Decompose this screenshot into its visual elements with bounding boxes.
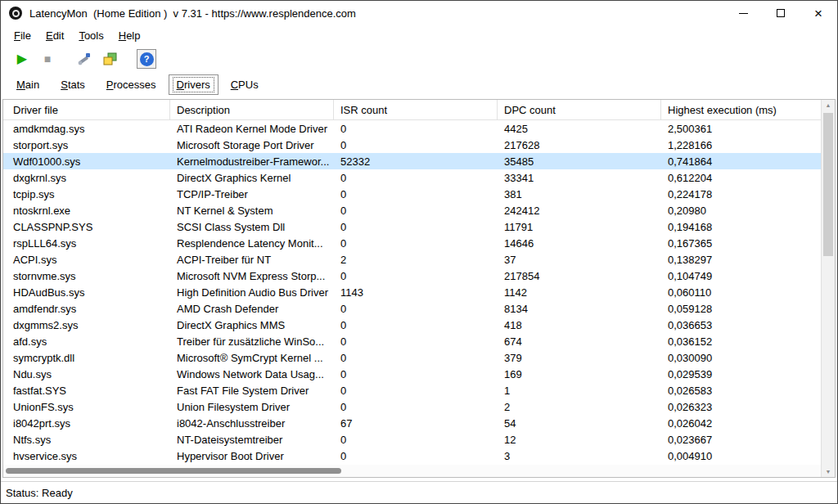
table-row[interactable]: ntoskrnl.exe NT Kernel & System 0 242412… [3, 202, 821, 218]
cell-isr-count: 0 [334, 270, 498, 282]
table-row[interactable]: symcryptk.dll Microsoft® SymCrypt Kernel… [3, 349, 821, 366]
table-row[interactable]: amdkmdag.sys ATI Radeon Kernel Mode Driv… [3, 120, 821, 137]
table-row[interactable]: storport.sys Microsoft Storage Port Driv… [3, 137, 821, 153]
cell-description: i8042-Anschlusstreiber [170, 417, 334, 430]
cell-description: AMD Crash Defender [170, 303, 334, 315]
menu-tools[interactable]: Tools [71, 27, 110, 44]
table-body: amdkmdag.sys ATI Radeon Kernel Mode Driv… [3, 120, 821, 465]
maximize-icon [777, 9, 785, 17]
cell-description: DirectX Graphics Kernel [170, 172, 334, 184]
table-row[interactable]: ACPI.sys ACPI-Treiber für NT 2 37 0,1382… [3, 251, 821, 268]
table-row[interactable]: HDAudBus.sys High Definition Audio Bus D… [3, 284, 821, 300]
table-row[interactable]: tcpip.sys TCP/IP-Treiber 0 381 0,224178 [3, 186, 821, 202]
cell-isr-count: 0 [334, 401, 498, 413]
table-row[interactable]: amdfendr.sys AMD Crash Defender 0 8134 0… [3, 300, 821, 317]
help-button[interactable]: ? [137, 49, 156, 69]
tab-main[interactable]: Main [7, 75, 48, 94]
table-row[interactable]: UnionFS.sys Union Filesystem Driver 0 2 … [3, 398, 821, 415]
cascade-windows-icon [103, 52, 117, 66]
column-header-driver-file[interactable]: Driver file [3, 100, 170, 119]
cell-dpc-count: 217628 [498, 139, 661, 151]
menu-bar: File Edit Tools Help [1, 25, 837, 46]
table-row[interactable]: fastfat.SYS Fast FAT File System Driver … [3, 382, 821, 398]
cell-dpc-count: 2 [498, 401, 661, 413]
status-text: Status: Ready [6, 487, 73, 499]
cell-highest-execution: 0,023667 [661, 434, 821, 446]
table-row[interactable]: stornvme.sys Microsoft NVM Express Storp… [3, 268, 821, 284]
menu-help[interactable]: Help [111, 27, 148, 44]
table-row[interactable]: Wdf01000.sys Kernelmodustreiber-Framewor… [3, 153, 821, 169]
cell-isr-count: 0 [334, 434, 498, 446]
tab-drivers[interactable]: Drivers [169, 74, 219, 95]
cell-driver-file: fastfat.SYS [3, 385, 170, 397]
cell-description: ACPI-Treiber für NT [170, 254, 334, 266]
tab-processes[interactable]: Processes [97, 75, 165, 94]
column-header-highest-execution[interactable]: Highest execution (ms) [661, 100, 821, 119]
horizontal-scrollbar-thumb[interactable] [6, 468, 341, 474]
table-row[interactable]: rspLLL64.sys Resplendence Latency Monit.… [3, 235, 821, 251]
drivers-table: Driver file Description ISR count DPC co… [2, 99, 836, 478]
cell-highest-execution: 0,167365 [661, 237, 821, 250]
cell-highest-execution: 0,060110 [661, 286, 821, 299]
cell-dpc-count: 35485 [498, 155, 661, 168]
tab-cpus[interactable]: CPUs [222, 75, 268, 94]
cell-highest-execution: 0,104749 [661, 270, 821, 282]
cell-isr-count: 1143 [334, 286, 498, 299]
cell-highest-execution: 0,224178 [661, 188, 821, 200]
options-button[interactable] [74, 49, 94, 69]
tab-stats[interactable]: Stats [52, 75, 94, 94]
down-arrow-icon[interactable]: ▼ [826, 469, 831, 475]
latencymon-app-icon [9, 7, 22, 20]
horizontal-scrollbar[interactable] [3, 465, 821, 477]
cell-highest-execution: 0,036152 [661, 335, 821, 348]
tab-drivers-label: Drivers [173, 78, 214, 92]
cell-driver-file: Ntfs.sys [3, 434, 170, 446]
table-row[interactable]: i8042prt.sys i8042-Anschlusstreiber 67 5… [3, 415, 821, 431]
menu-file[interactable]: File [7, 27, 38, 44]
column-header-isr-count[interactable]: ISR count [334, 100, 498, 119]
cell-highest-execution: 2,500361 [661, 123, 821, 135]
cell-driver-file: dxgmms2.sys [3, 319, 170, 331]
vertical-scrollbar[interactable]: ▲ ▼ [821, 100, 835, 477]
menu-edit[interactable]: Edit [38, 27, 71, 44]
table-row[interactable]: dxgmms2.sys DirectX Graphics MMS 0 418 0… [3, 317, 821, 333]
table-row[interactable]: hvservice.sys Hypervisor Boot Driver 0 3… [3, 448, 821, 464]
cell-description: ATI Radeon Kernel Mode Driver [170, 123, 334, 135]
table-row[interactable]: CLASSPNP.SYS SCSI Class System Dll 0 117… [3, 218, 821, 235]
cell-isr-count: 0 [334, 385, 498, 397]
cell-dpc-count: 242412 [498, 205, 661, 217]
cell-highest-execution: 0,026583 [661, 385, 821, 397]
cell-isr-count: 0 [334, 368, 498, 380]
table-row[interactable]: Ntfs.sys NT-Dateisystemtreiber 0 12 0,02… [3, 431, 821, 448]
cell-driver-file: symcryptk.dll [3, 352, 170, 364]
cell-highest-execution: 0,026042 [661, 417, 821, 430]
cell-driver-file: hvservice.sys [3, 450, 170, 462]
cell-isr-count: 0 [334, 139, 498, 151]
cell-description: SCSI Class System Dll [170, 221, 334, 233]
cell-description: Union Filesystem Driver [170, 401, 334, 413]
cell-highest-execution: 0,138297 [661, 254, 821, 266]
table-row[interactable]: Ndu.sys Windows Network Data Usag... 0 1… [3, 366, 821, 382]
select-pages-button[interactable] [100, 49, 119, 69]
cell-dpc-count: 1142 [498, 286, 661, 299]
window-controls: × [724, 1, 837, 25]
up-arrow-icon[interactable]: ▲ [826, 102, 831, 108]
cell-driver-file: CLASSPNP.SYS [3, 221, 170, 233]
table-row[interactable]: dxgkrnl.sys DirectX Graphics Kernel 0 33… [3, 169, 821, 186]
close-button[interactable]: × [800, 1, 837, 25]
cell-driver-file: ntoskrnl.exe [3, 205, 170, 217]
column-header-description[interactable]: Description [170, 100, 334, 119]
start-monitor-button[interactable]: ▶ [12, 49, 32, 69]
maximize-button[interactable] [762, 1, 800, 25]
cell-driver-file: amdfendr.sys [3, 303, 170, 315]
toolbar: ▶ ■ ? [1, 46, 837, 72]
cell-dpc-count: 11791 [498, 221, 661, 233]
column-header-dpc-count[interactable]: DPC count [498, 100, 661, 119]
stop-monitor-button[interactable]: ■ [38, 49, 57, 69]
cell-dpc-count: 14646 [498, 237, 661, 250]
cell-isr-count: 0 [334, 303, 498, 315]
table-row[interactable]: afd.sys Treiber für zusätzliche WinSo...… [3, 333, 821, 349]
minimize-button[interactable] [724, 1, 762, 25]
cell-description: Microsoft NVM Express Storp... [170, 270, 334, 282]
vertical-scrollbar-thumb[interactable] [823, 113, 833, 256]
